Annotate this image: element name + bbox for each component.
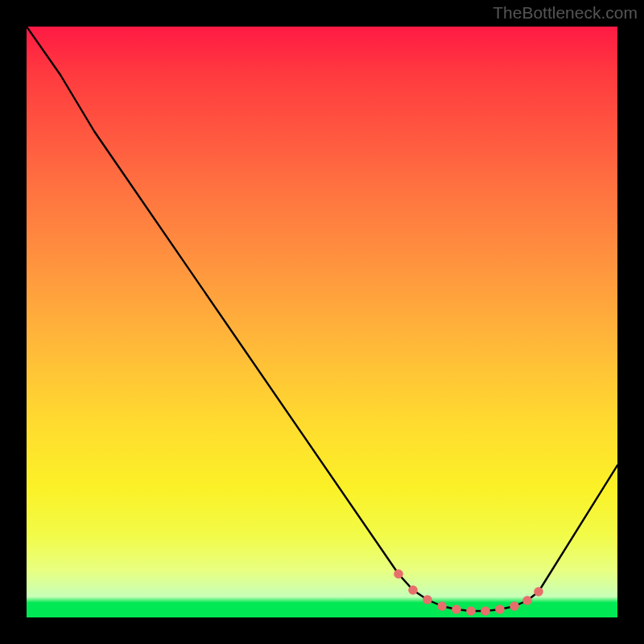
marker-dot — [495, 605, 505, 614]
marker-dot — [510, 601, 519, 611]
marker-dot — [408, 585, 418, 595]
marker-dot — [481, 606, 490, 616]
marker-dots-svg — [27, 27, 617, 617]
marker-dot — [466, 606, 476, 616]
marker-dot — [394, 569, 403, 579]
marker-dot — [452, 605, 461, 614]
marker-dot — [437, 601, 447, 611]
marker-dot — [534, 587, 543, 597]
plot-area — [27, 27, 617, 617]
marker-dot — [522, 596, 532, 605]
marker-dot — [423, 595, 432, 605]
watermark-text: TheBottleneck.com — [493, 3, 638, 23]
